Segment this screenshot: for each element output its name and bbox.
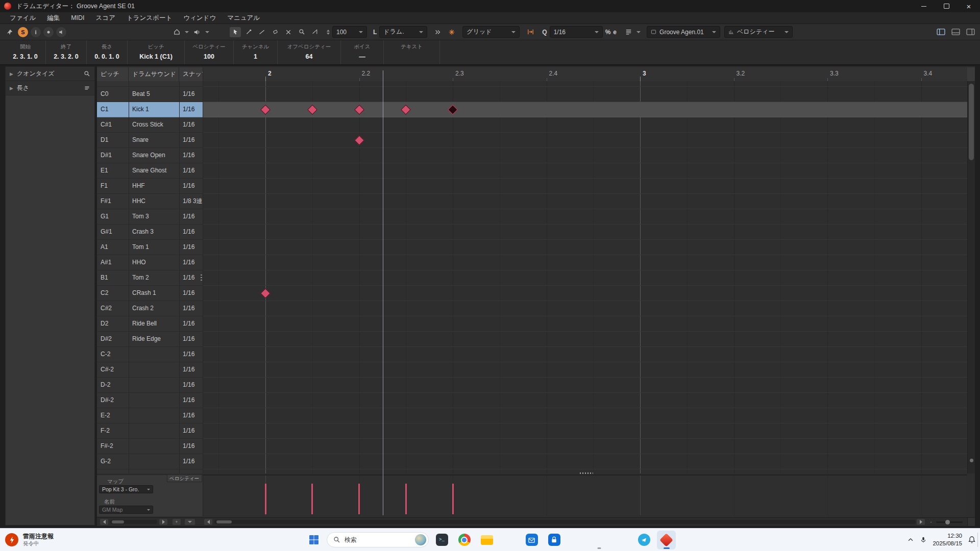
taskbar-app-chrome[interactable]	[455, 531, 474, 549]
speaker-icon[interactable]	[191, 27, 203, 37]
taskbar-app-media-player[interactable]	[590, 531, 608, 549]
zoom-out-button[interactable]: -	[928, 519, 934, 525]
project-cursor[interactable]	[383, 70, 383, 515]
restore-button[interactable]	[935, 0, 958, 12]
column-header[interactable]: ピッチ	[97, 67, 129, 81]
feedback-dropdown-caret[interactable]	[205, 31, 209, 33]
taskbar-app-mail[interactable]	[522, 531, 541, 549]
grid-row[interactable]	[203, 81, 967, 87]
list-item[interactable]: E1Snare Ghost1/16	[97, 163, 203, 179]
grid-row[interactable]	[203, 408, 967, 423]
list-item[interactable]: C1Kick 11/16	[97, 102, 203, 117]
eraser-tool-icon[interactable]	[270, 27, 281, 37]
select-tool-icon[interactable]	[230, 27, 241, 37]
grid-row[interactable]	[203, 240, 967, 255]
drum-map-select[interactable]: Pop Kit 3 - Gro.	[99, 485, 153, 493]
midi-input-icon[interactable]	[446, 27, 457, 37]
menu-item[interactable]: 編集	[41, 13, 65, 23]
menu-item[interactable]: MIDI	[65, 13, 90, 22]
list-item[interactable]: F-21/16	[97, 423, 203, 439]
velocity-spinner[interactable]	[327, 30, 330, 35]
taskbar-app-firefox[interactable]	[500, 531, 519, 549]
window-layout-icon[interactable]	[965, 27, 976, 37]
list-scroll-left-button[interactable]	[100, 519, 108, 525]
grid-row[interactable]	[203, 117, 967, 133]
home-dropdown-caret[interactable]	[185, 31, 189, 33]
grid-row[interactable]	[203, 133, 967, 148]
grid-row[interactable]	[203, 332, 967, 347]
taskbar-clock[interactable]: 12:30 2025/08/15	[933, 532, 962, 547]
velocity-bar[interactable]	[311, 484, 313, 514]
grid-scroll-track[interactable]	[214, 520, 916, 524]
lane-preset-button[interactable]	[185, 519, 195, 525]
info-field[interactable]: 終了2. 3. 2. 0	[46, 40, 87, 64]
list-item[interactable]: C#2Crash 21/16	[97, 301, 203, 316]
insert-velocity-field[interactable]: 100	[332, 26, 367, 38]
list-item[interactable]: C-21/16	[97, 347, 203, 362]
taskbar-app-store[interactable]	[545, 531, 564, 549]
velocity-bar[interactable]	[452, 484, 454, 514]
menu-item[interactable]: ウィンドウ	[178, 13, 222, 23]
notification-bell-icon[interactable]	[968, 536, 976, 544]
velocity-bar[interactable]	[265, 484, 266, 514]
snap-icon[interactable]	[525, 27, 536, 37]
info-button[interactable]: i	[31, 27, 41, 37]
quantize-select[interactable]: 1/16	[550, 26, 603, 38]
iterative-quantize-icon[interactable]: %	[605, 29, 611, 36]
list-item[interactable]: D#-21/16	[97, 393, 203, 408]
home-icon[interactable]	[171, 27, 182, 37]
step-input-icon[interactable]	[432, 27, 444, 37]
grid-row[interactable]	[203, 163, 967, 179]
taskbar-app-cubase[interactable]	[657, 531, 676, 549]
grid-row[interactable]	[203, 87, 967, 102]
menu-item[interactable]: ファイル	[4, 13, 41, 23]
inspector-section-quantize[interactable]: ▶クオンタイズ	[6, 67, 94, 81]
grid-row[interactable]	[203, 286, 967, 301]
grid-row[interactable]	[203, 454, 967, 469]
taskbar-app-console[interactable]: >_	[432, 531, 451, 549]
start-button[interactable]	[304, 531, 323, 549]
grid-row[interactable]	[203, 209, 967, 224]
pin-icon[interactable]	[4, 27, 15, 37]
vertical-scrollbar[interactable]	[967, 81, 975, 473]
lane-resize-handle[interactable]	[580, 472, 593, 474]
plus-button[interactable]: +	[173, 519, 181, 525]
grid-row[interactable]	[203, 102, 967, 117]
edited-part-select[interactable]: Groove Agen.01	[647, 26, 720, 38]
info-field[interactable]: チャンネル1	[234, 40, 278, 64]
record-pitch-button[interactable]	[43, 27, 54, 37]
grid-row[interactable]	[203, 301, 967, 316]
taskbar-app-edge[interactable]	[567, 531, 586, 549]
list-item[interactable]: D1Snare1/16	[97, 133, 203, 148]
grid-scroll-right-button[interactable]	[917, 519, 925, 525]
list-scroll-thumb[interactable]	[112, 520, 124, 523]
menu-item[interactable]: スコア	[90, 13, 121, 23]
grid-row[interactable]	[203, 378, 967, 393]
list-scroll-right-button[interactable]	[159, 519, 167, 525]
vertical-scroll-thumb[interactable]	[969, 84, 974, 160]
grid-row[interactable]	[203, 316, 967, 332]
grid-row[interactable]	[203, 179, 967, 194]
list-item[interactable]: D#1Snare Open1/16	[97, 148, 203, 163]
trim-tool-icon[interactable]	[309, 27, 321, 37]
menu-item[interactable]: トランスポート	[121, 13, 178, 23]
info-field[interactable]: 長さ0. 0. 1. 0	[87, 40, 128, 64]
grid-row[interactable]	[203, 393, 967, 408]
taskbar-app-github[interactable]	[612, 531, 631, 549]
grid-row[interactable]	[203, 194, 967, 209]
info-field[interactable]: テキスト	[384, 40, 440, 64]
grid-row[interactable]	[203, 148, 967, 163]
grid-scroll-thumb[interactable]	[216, 520, 232, 523]
list-item[interactable]: D2Ride Bell1/16	[97, 316, 203, 332]
info-field[interactable]: オフベロシティー64	[278, 40, 341, 64]
list-item[interactable]: C2CRash 11/16	[97, 286, 203, 301]
vertical-zoom-handle[interactable]	[970, 459, 973, 462]
column-header[interactable]: ドラムサウンド	[129, 67, 179, 81]
event-display-select[interactable]: ベロシティー	[724, 26, 793, 38]
search-box[interactable]: 検索	[327, 532, 429, 547]
show-desktop-button[interactable]	[977, 533, 980, 547]
list-item[interactable]: G-21/16	[97, 454, 203, 469]
velocity-bar[interactable]	[358, 484, 360, 514]
grid-type-select[interactable]: グリッド	[462, 26, 520, 38]
taskbar-app-file-explorer[interactable]	[477, 531, 496, 549]
